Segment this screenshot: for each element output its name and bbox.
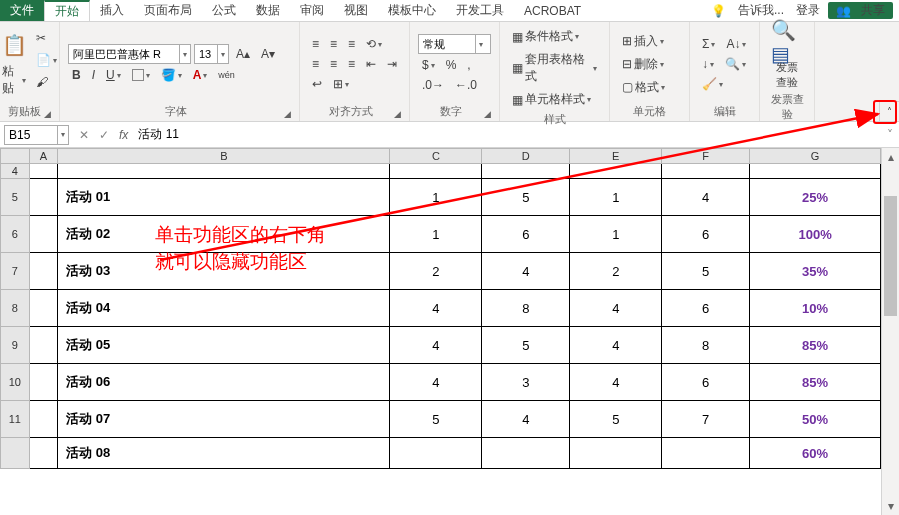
- copy-button[interactable]: 📄▾: [32, 51, 61, 69]
- cancel-fx[interactable]: ✕: [75, 128, 93, 142]
- row-header[interactable]: [1, 438, 30, 469]
- font-size-combo[interactable]: ▾: [194, 44, 229, 64]
- name-box[interactable]: ▾: [4, 125, 69, 145]
- fill-button[interactable]: ↓▾: [698, 55, 718, 73]
- table-row[interactable]: 8 活动 04484610%: [1, 290, 881, 327]
- tab-insert[interactable]: 插入: [90, 0, 134, 21]
- number-launcher[interactable]: ◢: [484, 109, 491, 119]
- paste-icon[interactable]: 📋: [0, 29, 30, 61]
- tab-home[interactable]: 开始: [44, 0, 90, 21]
- tab-template[interactable]: 模板中心: [378, 0, 446, 21]
- decrease-font[interactable]: A▾: [257, 45, 279, 63]
- align-bottom[interactable]: ≡: [344, 35, 359, 53]
- table-row[interactable]: 活动 0860%: [1, 438, 881, 469]
- align-center[interactable]: ≡: [326, 55, 341, 73]
- enter-fx[interactable]: ✓: [95, 128, 113, 142]
- select-all-corner[interactable]: [1, 149, 30, 164]
- table-format[interactable]: ▦ 套用表格格式▾: [508, 49, 601, 87]
- tab-view[interactable]: 视图: [334, 0, 378, 21]
- fill-color[interactable]: 🪣▾: [157, 66, 186, 84]
- formula-expand[interactable]: ˅: [881, 128, 899, 142]
- increase-decimal[interactable]: .0→: [418, 76, 448, 94]
- align-right[interactable]: ≡: [344, 55, 359, 73]
- row-header[interactable]: 9: [1, 327, 30, 364]
- fx-icon[interactable]: fx: [119, 128, 128, 142]
- font-color[interactable]: A▾: [189, 66, 212, 84]
- tab-acrobat[interactable]: ACROBAT: [514, 0, 591, 21]
- delete-cells[interactable]: ⊟ 删除▾: [618, 54, 668, 75]
- col-header-b[interactable]: B: [58, 149, 390, 164]
- share-button[interactable]: 👥共享: [828, 2, 893, 19]
- currency-button[interactable]: $▾: [418, 56, 439, 74]
- find-select[interactable]: 🔍▾: [721, 55, 750, 73]
- row-header[interactable]: 7: [1, 253, 30, 290]
- col-header-f[interactable]: F: [662, 149, 750, 164]
- orientation[interactable]: ⟲▾: [362, 35, 386, 53]
- autosum[interactable]: Σ▾: [698, 35, 719, 53]
- table-row[interactable]: 10 活动 06434685%: [1, 364, 881, 401]
- increase-font[interactable]: A▴: [232, 45, 254, 63]
- tell-me[interactable]: 告诉我...: [734, 2, 788, 19]
- format-cells[interactable]: ▢ 格式▾: [618, 77, 669, 98]
- row-header[interactable]: 8: [1, 290, 30, 327]
- wrap-text[interactable]: ↩: [308, 75, 326, 93]
- login-button[interactable]: 登录: [792, 2, 824, 19]
- tab-review[interactable]: 审阅: [290, 0, 334, 21]
- align-left[interactable]: ≡: [308, 55, 323, 73]
- font-name-combo[interactable]: ▾: [68, 44, 191, 64]
- paste-button[interactable]: 粘贴▾: [0, 61, 30, 99]
- col-header-g[interactable]: G: [750, 149, 881, 164]
- formula-input[interactable]: [134, 128, 881, 142]
- table-row[interactable]: 5 活动 01151425%: [1, 179, 881, 216]
- row-header[interactable]: 11: [1, 401, 30, 438]
- clear-button[interactable]: 🧹▾: [698, 75, 727, 93]
- sort-filter[interactable]: A↓▾: [722, 35, 750, 53]
- indent-dec[interactable]: ⇤: [362, 55, 380, 73]
- row-header[interactable]: 4: [1, 164, 30, 179]
- scroll-up-arrow[interactable]: ▴: [882, 148, 899, 166]
- table-row[interactable]: 4: [1, 164, 881, 179]
- comma-button[interactable]: ,: [463, 56, 474, 74]
- indent-inc[interactable]: ⇥: [383, 55, 401, 73]
- row-header[interactable]: 5: [1, 179, 30, 216]
- cond-format[interactable]: ▦ 条件格式▾: [508, 26, 583, 47]
- scroll-down-arrow[interactable]: ▾: [882, 497, 899, 515]
- vertical-scrollbar[interactable]: ▴ ▾: [881, 148, 899, 515]
- row-header[interactable]: 10: [1, 364, 30, 401]
- table-row[interactable]: 6 活动 021616100%: [1, 216, 881, 253]
- font-launcher[interactable]: ◢: [284, 109, 291, 119]
- underline-button[interactable]: U▾: [102, 66, 125, 84]
- align-middle[interactable]: ≡: [326, 35, 341, 53]
- ruby-button[interactable]: wén: [214, 68, 239, 82]
- invoice-icon[interactable]: 🔍▤: [771, 26, 803, 58]
- tab-developer[interactable]: 开发工具: [446, 0, 514, 21]
- cell-styles[interactable]: ▦ 单元格样式▾: [508, 89, 595, 110]
- table-row[interactable]: 7 活动 03242535%: [1, 253, 881, 290]
- table-row[interactable]: 9 活动 05454885%: [1, 327, 881, 364]
- table-row[interactable]: 11 活动 07545750%: [1, 401, 881, 438]
- tab-file[interactable]: 文件: [0, 0, 44, 21]
- bold-button[interactable]: B: [68, 66, 85, 84]
- border-button[interactable]: ▾: [128, 67, 154, 83]
- tab-data[interactable]: 数据: [246, 0, 290, 21]
- col-header-e[interactable]: E: [570, 149, 662, 164]
- scroll-thumb[interactable]: [884, 196, 897, 316]
- row-header[interactable]: 6: [1, 216, 30, 253]
- decrease-decimal[interactable]: ←.0: [451, 76, 481, 94]
- col-header-d[interactable]: D: [482, 149, 570, 164]
- clipboard-launcher[interactable]: ◢: [44, 109, 51, 119]
- ribbon-collapse-button[interactable]: ˄: [879, 101, 899, 121]
- tab-page-layout[interactable]: 页面布局: [134, 0, 202, 21]
- col-header-a[interactable]: A: [29, 149, 58, 164]
- tab-formulas[interactable]: 公式: [202, 0, 246, 21]
- format-painter[interactable]: 🖌: [32, 73, 61, 91]
- cut-button[interactable]: ✂: [32, 29, 61, 47]
- percent-button[interactable]: %: [442, 56, 461, 74]
- insert-cells[interactable]: ⊞ 插入▾: [618, 31, 668, 52]
- align-launcher[interactable]: ◢: [394, 109, 401, 119]
- number-format-combo[interactable]: ▾: [418, 34, 491, 54]
- col-header-c[interactable]: C: [390, 149, 482, 164]
- italic-button[interactable]: I: [88, 66, 99, 84]
- align-top[interactable]: ≡: [308, 35, 323, 53]
- merge-cells[interactable]: ⊞▾: [329, 75, 353, 93]
